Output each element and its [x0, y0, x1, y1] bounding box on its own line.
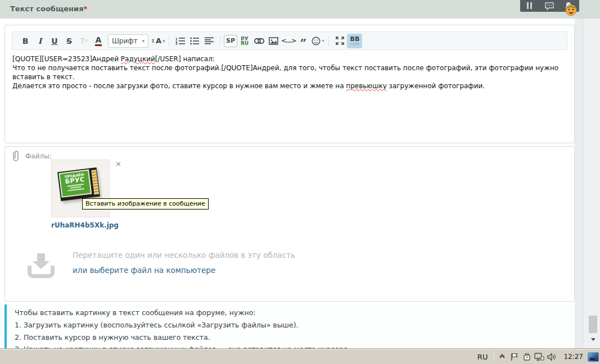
show-hidden-icons-button[interactable]	[496, 351, 508, 362]
attachment-filename-link[interactable]: rUhaRH4b5Xk.jpg	[51, 221, 110, 229]
help-line: Чтобы вставить картинку в текст сообщени…	[15, 308, 256, 317]
insert-image-button[interactable]	[267, 34, 281, 48]
font-family-dropdown[interactable]: Шрифт▾	[108, 34, 148, 48]
matchsticks	[91, 170, 99, 195]
page-header: Текст сообщения*	[0, 0, 600, 19]
upload-icon	[28, 253, 55, 279]
help-line: 2. Поставить курсор в нужную часть вашег…	[15, 333, 210, 342]
files-label: Файлы:	[25, 152, 52, 160]
message-editor: B I U S Tx A Шрифт▾ ↕A▾ 123 SP РУRU	[4, 25, 575, 143]
help-line: 3. Нажать на картинку в списке загруженн…	[15, 345, 350, 349]
code-button[interactable]: <…>	[281, 34, 296, 48]
editor-line: [QUOTE][USER=23523]Андрей Радуцкий[/USER…	[12, 54, 567, 63]
fullscreen-icon[interactable]	[332, 34, 347, 48]
volume-icon[interactable]	[545, 351, 558, 362]
smiley-button[interactable]: ▾	[310, 34, 325, 48]
scrollbar-thumb[interactable]	[589, 316, 597, 333]
choose-file-link[interactable]: или выберите файл на компьютере	[73, 266, 215, 275]
chevron-down-icon: ▾	[142, 38, 145, 44]
remove-format-sub: x	[85, 38, 88, 43]
align-button[interactable]	[202, 34, 216, 48]
files-panel: Файлы: ПРОДАЁМ БРУС × Вставить изображен…	[4, 146, 575, 302]
toolbar-separator	[220, 36, 220, 46]
editor-line: Делается это просто - после загрузки фот…	[12, 81, 567, 90]
link-icon[interactable]	[252, 34, 267, 48]
network-icon[interactable]	[533, 351, 545, 362]
bold-button[interactable]: B	[18, 34, 33, 48]
bullet-list-button[interactable]	[187, 34, 202, 48]
editor-toolbar: B I U S Tx A Шрифт▾ ↕A▾ 123 SP РУRU	[12, 31, 567, 50]
bbcode-toggle-button[interactable]: BBCODE	[347, 34, 362, 48]
chevron-down-icon: ▾	[163, 38, 165, 44]
system-tray: RU 12:27	[473, 349, 599, 364]
misspelled-word: превьюшку	[346, 82, 386, 90]
translit-bottom-label: RU	[241, 41, 249, 46]
dropzone-text: Перетащите один или несколько файлов в э…	[73, 251, 295, 260]
svg-text:3: 3	[175, 42, 178, 45]
action-center-flag-icon[interactable]	[508, 351, 521, 362]
ordered-list-button[interactable]: 123	[173, 34, 187, 48]
underline-button[interactable]: U	[47, 34, 62, 48]
help-note: Чтобы вставить картинку в текст сообщени…	[4, 304, 575, 349]
page-right-margin	[575, 19, 600, 349]
chevron-down-icon	[591, 338, 596, 341]
help-line: 1. Загрузить картинку (воспользуйтесь сс…	[15, 321, 298, 329]
font-size-label: A	[156, 37, 161, 45]
toolbar-separator	[328, 36, 329, 46]
quote-button[interactable]: ”	[296, 34, 310, 48]
file-dropzone[interactable]: Перетащите один или несколько файлов в э…	[22, 251, 557, 290]
required-asterisk: *	[84, 4, 88, 13]
updown-icon: ↕	[151, 38, 155, 44]
italic-button[interactable]: I	[33, 34, 47, 48]
language-indicator[interactable]: RU	[473, 353, 493, 361]
strikethrough-button[interactable]: S	[62, 34, 76, 48]
bbcode-sub-label: CODE	[350, 42, 359, 46]
scrollbar-down-button[interactable]	[589, 335, 597, 344]
insert-image-tooltip: Вставить изображение в сообщение	[82, 198, 209, 210]
spoiler-button[interactable]: SP	[224, 35, 237, 47]
transliterate-button[interactable]: РУRU	[237, 34, 252, 48]
remove-attachment-button[interactable]: ×	[115, 161, 121, 167]
chat-icon[interactable]	[545, 2, 554, 10]
screen: Текст сообщения* B I U S Tx A Шрифт▾ ↕A▾	[0, 0, 600, 364]
toolbar-separator	[169, 36, 169, 46]
font-dropdown-label: Шрифт	[112, 37, 138, 45]
remove-format-label: T	[80, 37, 85, 46]
editor-line: вставить в текст.	[12, 72, 567, 81]
smiley-icon	[312, 37, 321, 46]
font-size-button[interactable]: ↕A▾	[151, 34, 165, 48]
remove-format-button[interactable]: Tx	[76, 34, 91, 48]
bbcode-label: BB	[350, 37, 360, 42]
power-plug-icon[interactable]	[521, 351, 533, 362]
chevron-down-icon: ▾	[322, 38, 324, 43]
pause-icon[interactable]	[527, 1, 534, 11]
misspelled-word: Радуцкий	[121, 55, 155, 63]
matchbox-image: ПРОДАЁМ БРУС	[57, 167, 100, 201]
text-color-label: A	[95, 36, 102, 46]
page-title-text: Текст сообщения	[10, 4, 84, 13]
message-textarea[interactable]: [QUOTE][USER=23523]Андрей Радуцкий[/USER…	[12, 54, 567, 90]
taskbar: RU 12:27	[0, 349, 600, 364]
text-color-button[interactable]: A	[91, 34, 106, 48]
show-desktop-button[interactable]	[588, 352, 599, 362]
tray-divider	[494, 352, 494, 362]
page-title: Текст сообщения*	[10, 4, 87, 13]
paperclip-icon	[11, 150, 20, 162]
smiley-emoji-icon	[565, 4, 577, 16]
editor-line: Что то не получается поставить текст пос…	[12, 63, 567, 72]
clock[interactable]: 12:27	[558, 353, 588, 361]
